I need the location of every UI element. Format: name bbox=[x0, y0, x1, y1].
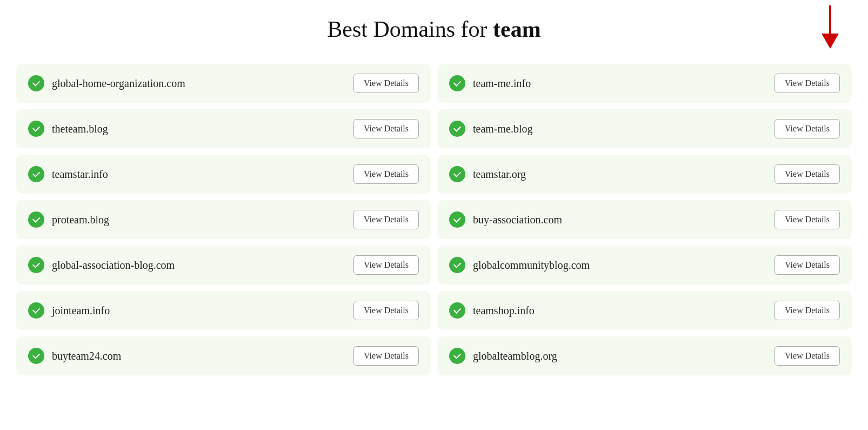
view-details-button[interactable]: View Details bbox=[353, 74, 419, 93]
view-details-button[interactable]: View Details bbox=[774, 74, 840, 93]
domain-left: jointeam.info bbox=[28, 302, 110, 319]
domain-row: teamstar.info View Details bbox=[16, 155, 431, 194]
check-icon bbox=[449, 121, 465, 137]
domain-name: jointeam.info bbox=[52, 305, 110, 317]
view-details-button[interactable]: View Details bbox=[353, 210, 419, 229]
page-title: Best Domains for team bbox=[16, 11, 852, 48]
domain-left: teamshop.info bbox=[449, 302, 535, 319]
domains-grid: global-home-organization.com View Detail… bbox=[16, 64, 852, 375]
view-details-button[interactable]: View Details bbox=[353, 301, 419, 320]
domain-name: globalcommunityblog.com bbox=[473, 259, 590, 272]
check-icon bbox=[28, 121, 44, 137]
domain-left: team-me.blog bbox=[449, 121, 533, 137]
domain-name: teamstar.info bbox=[52, 168, 108, 181]
domain-row: team-me.info View Details bbox=[437, 64, 852, 103]
domain-row: team-me.blog View Details bbox=[437, 109, 852, 148]
view-details-button[interactable]: View Details bbox=[353, 164, 419, 184]
check-icon bbox=[28, 257, 44, 273]
domain-left: theteam.blog bbox=[28, 121, 108, 137]
domain-name: global-home-organization.com bbox=[52, 77, 185, 90]
domain-left: global-association-blog.com bbox=[28, 257, 175, 273]
domain-row: teamstar.org View Details bbox=[437, 155, 852, 194]
view-details-button[interactable]: View Details bbox=[774, 164, 840, 184]
domain-name: globalteamblog.org bbox=[473, 350, 557, 362]
view-details-button[interactable]: View Details bbox=[774, 301, 840, 320]
domain-name: team-me.blog bbox=[473, 123, 533, 135]
domain-name: teamstar.org bbox=[473, 168, 526, 181]
domain-name: buyteam24.com bbox=[52, 350, 121, 362]
domain-row: buy-association.com View Details bbox=[437, 200, 852, 239]
domain-row: global-association-blog.com View Details bbox=[16, 246, 431, 285]
domain-row: teamshop.info View Details bbox=[437, 291, 852, 330]
check-icon bbox=[449, 166, 465, 182]
domain-name: proteam.blog bbox=[52, 214, 109, 226]
domain-left: buyteam24.com bbox=[28, 348, 121, 364]
view-details-button[interactable]: View Details bbox=[353, 255, 419, 275]
check-icon bbox=[28, 75, 44, 91]
arrow-indicator bbox=[819, 5, 841, 49]
view-details-button[interactable]: View Details bbox=[353, 119, 419, 138]
domain-row: global-home-organization.com View Detail… bbox=[16, 64, 431, 103]
check-icon bbox=[28, 211, 44, 228]
domain-left: global-home-organization.com bbox=[28, 75, 185, 91]
domain-row: globalteamblog.org View Details bbox=[437, 336, 852, 375]
view-details-button[interactable]: View Details bbox=[353, 346, 419, 366]
domain-left: team-me.info bbox=[449, 75, 531, 91]
domain-name: theteam.blog bbox=[52, 123, 108, 135]
check-icon bbox=[449, 257, 465, 273]
domain-left: globalteamblog.org bbox=[449, 348, 557, 364]
domain-name: teamshop.info bbox=[473, 305, 535, 317]
domain-row: globalcommunityblog.com View Details bbox=[437, 246, 852, 285]
check-icon bbox=[449, 211, 465, 228]
check-icon bbox=[28, 348, 44, 364]
domain-row: proteam.blog View Details bbox=[16, 200, 431, 239]
view-details-button[interactable]: View Details bbox=[774, 119, 840, 138]
domain-row: jointeam.info View Details bbox=[16, 291, 431, 330]
domain-row: buyteam24.com View Details bbox=[16, 336, 431, 375]
view-details-button[interactable]: View Details bbox=[774, 255, 840, 275]
check-icon bbox=[449, 302, 465, 319]
domain-name: team-me.info bbox=[473, 77, 531, 90]
check-icon bbox=[449, 75, 465, 91]
domain-left: globalcommunityblog.com bbox=[449, 257, 590, 273]
check-icon bbox=[28, 166, 44, 182]
view-details-button[interactable]: View Details bbox=[774, 210, 840, 229]
domain-left: buy-association.com bbox=[449, 211, 562, 228]
domain-row: theteam.blog View Details bbox=[16, 109, 431, 148]
domain-name: buy-association.com bbox=[473, 214, 562, 226]
domain-left: proteam.blog bbox=[28, 211, 109, 228]
svg-marker-1 bbox=[822, 34, 839, 49]
page-wrapper: Best Domains for team global-home-organi… bbox=[0, 0, 868, 392]
check-icon bbox=[28, 302, 44, 319]
domain-name: global-association-blog.com bbox=[52, 259, 175, 272]
domain-left: teamstar.org bbox=[449, 166, 526, 182]
view-details-button[interactable]: View Details bbox=[774, 346, 840, 366]
check-icon bbox=[449, 348, 465, 364]
domain-left: teamstar.info bbox=[28, 166, 108, 182]
